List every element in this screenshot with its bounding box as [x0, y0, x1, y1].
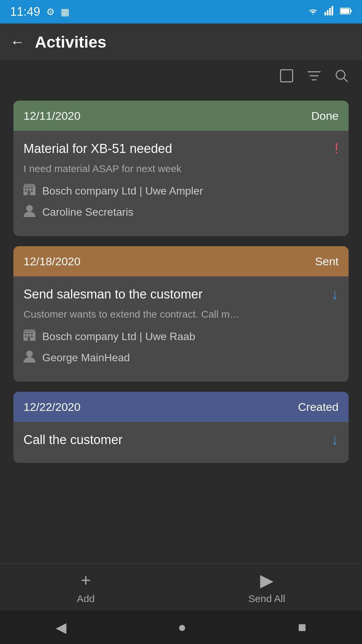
card-2-company: Bosch company Ltd | Uwe Raab — [42, 330, 195, 343]
settings-icon: ⚙ — [46, 6, 55, 17]
activity-card-1[interactable]: 12/11/2020 Done Material for XB-51 neede… — [13, 101, 349, 236]
activity-card-2[interactable]: 12/18/2020 Sent Send salesman to the cus… — [13, 246, 349, 382]
send-all-label: Send All — [248, 593, 285, 604]
svg-line-12 — [344, 78, 348, 82]
svg-rect-2 — [329, 8, 331, 15]
card-3-title: Call the customer — [23, 433, 123, 447]
svg-rect-29 — [31, 336, 33, 337]
nav-home-button[interactable]: ● — [178, 619, 186, 635]
svg-rect-30 — [27, 337, 30, 341]
person-icon-2 — [23, 350, 36, 366]
card-2-header: 12/18/2020 Sent — [13, 246, 349, 276]
card-1-header: 12/11/2020 Done — [13, 101, 349, 131]
send-all-icon: ▶ — [260, 570, 274, 590]
svg-rect-31 — [24, 329, 35, 332]
svg-rect-27 — [25, 336, 27, 337]
card-1-body: Material for XB-51 needed ! I need mater… — [13, 131, 349, 236]
send-all-button[interactable]: ▶ Send All — [248, 570, 285, 604]
svg-rect-6 — [341, 9, 349, 13]
status-time: 11:49 — [10, 5, 40, 19]
card-1-person-row: Caroline Secretaris — [23, 204, 339, 220]
card-1-company: Bosch company Ltd | Uwe Ampler — [42, 185, 203, 197]
svg-rect-0 — [324, 12, 326, 15]
card-2-person-row: George MainHead — [23, 350, 339, 366]
svg-rect-25 — [28, 333, 30, 334]
app-bar: ← Activities — [0, 23, 362, 60]
svg-rect-15 — [28, 187, 30, 189]
sim-icon: ▦ — [61, 6, 69, 17]
card-1-company-row: Bosch company Ltd | Uwe Ampler — [23, 184, 339, 198]
filter-icon[interactable] — [307, 70, 321, 85]
bottom-actions: + Add ▶ Send All — [0, 564, 362, 610]
company-icon — [23, 184, 36, 198]
svg-rect-1 — [327, 10, 328, 15]
system-nav-bar: ◀ ● ■ — [0, 610, 362, 644]
svg-rect-24 — [25, 333, 27, 334]
card-3-date: 12/22/2020 — [23, 400, 80, 414]
svg-rect-7 — [281, 70, 293, 82]
card-2-title: Send salesman to the customer — [23, 287, 202, 302]
card-1-title-row: Material for XB-51 needed ! — [23, 140, 339, 157]
status-bar: 11:49 ⚙ ▦ — [0, 0, 362, 23]
svg-rect-16 — [31, 187, 33, 189]
back-button[interactable]: ← — [10, 35, 25, 49]
add-button[interactable]: + Add — [77, 570, 95, 604]
nav-back-button[interactable]: ◀ — [56, 619, 66, 636]
card-3-header: 12/22/2020 Created — [13, 392, 349, 422]
person-icon — [23, 204, 36, 220]
svg-rect-19 — [31, 190, 33, 192]
card-2-body: Send salesman to the customer ↓ Customer… — [13, 276, 349, 382]
svg-rect-28 — [28, 336, 30, 337]
status-bar-left: 11:49 ⚙ ▦ — [10, 5, 69, 19]
toolbar — [0, 60, 362, 94]
card-3-title-row: Call the customer ↓ — [23, 431, 339, 448]
card-1-person: Caroline Secretaris — [42, 206, 133, 218]
svg-rect-26 — [31, 333, 33, 334]
card-1-date: 12/11/2020 — [23, 109, 80, 122]
card-2-company-row: Bosch company Ltd | Uwe Raab — [23, 329, 339, 344]
select-icon[interactable] — [280, 69, 294, 86]
arrow-down-icon-1: ↓ — [331, 286, 339, 303]
card-2-person: George MainHead — [42, 352, 130, 364]
signal-icon — [324, 6, 335, 18]
card-1-title: Material for XB-51 needed — [23, 142, 172, 156]
card-2-status: Sent — [315, 255, 339, 268]
card-3-status: Created — [298, 400, 339, 414]
svg-rect-17 — [25, 190, 27, 192]
add-icon: + — [81, 570, 91, 590]
svg-rect-3 — [331, 6, 333, 15]
activity-card-3[interactable]: 12/22/2020 Created Call the customer ↓ — [13, 392, 349, 463]
add-label: Add — [77, 593, 95, 604]
svg-rect-14 — [25, 187, 27, 189]
svg-rect-18 — [28, 190, 30, 192]
exclamation-icon: ! — [335, 140, 339, 157]
card-1-status: Done — [311, 109, 339, 122]
status-bar-right — [307, 6, 352, 18]
card-2-description: Customer wants to extend the contract. C… — [23, 307, 339, 321]
card-1-description: I need material ASAP for next week — [23, 162, 339, 176]
company-icon-2 — [23, 329, 36, 344]
page-title: Activities — [35, 33, 106, 51]
arrow-down-icon-2: ↓ — [331, 431, 339, 448]
svg-point-22 — [26, 205, 33, 212]
activities-list: 12/11/2020 Done Material for XB-51 neede… — [0, 94, 362, 550]
nav-recent-button[interactable]: ■ — [298, 619, 306, 635]
card-2-title-row: Send salesman to the customer ↓ — [23, 286, 339, 303]
svg-rect-21 — [24, 184, 35, 186]
battery-icon — [340, 6, 352, 17]
svg-rect-20 — [27, 192, 30, 195]
card-2-date: 12/18/2020 — [23, 255, 80, 268]
svg-rect-5 — [350, 10, 352, 12]
wifi-icon — [307, 6, 319, 18]
search-icon[interactable] — [335, 69, 349, 86]
card-3-body: Call the customer ↓ — [13, 422, 349, 463]
svg-point-32 — [26, 351, 33, 357]
